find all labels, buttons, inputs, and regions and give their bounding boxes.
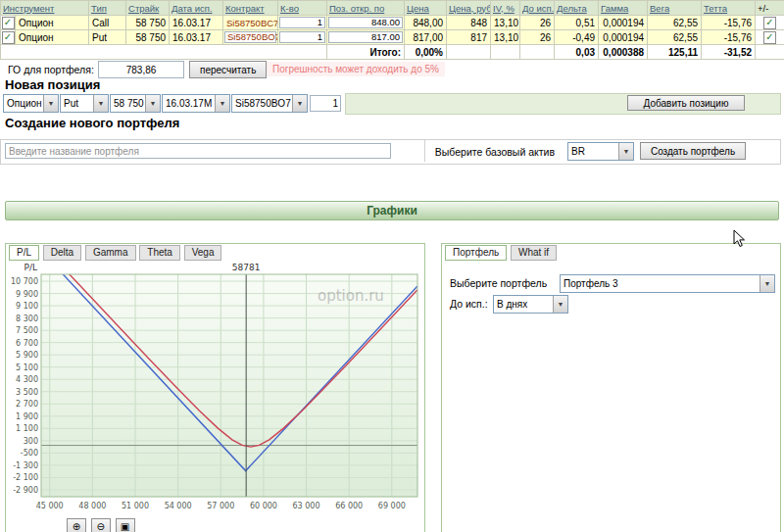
portfolio-tabs: Портфель What if <box>445 245 558 262</box>
days-label: До исп.: <box>450 298 488 310</box>
row-plus-minus-checkbox[interactable]: ✓ <box>763 31 776 44</box>
chevron-down-icon: ▼ <box>292 95 307 112</box>
tab-portfolio[interactable]: Портфель <box>445 245 507 261</box>
svg-text:1 900: 1 900 <box>16 412 38 421</box>
header-price-rub[interactable]: Цена, руб. <box>449 3 491 14</box>
add-position-button[interactable]: Добавить позицию <box>627 95 745 111</box>
svg-text:option.ru: option.ru <box>318 287 384 305</box>
tab-delta[interactable]: Delta <box>43 245 81 261</box>
chevron-down-icon: ▼ <box>618 143 633 160</box>
row-enabled-checkbox[interactable]: ✓ <box>2 31 15 44</box>
header-iv[interactable]: IV, % <box>493 3 514 14</box>
contract-select[interactable]: Si58750BO7 ▼ <box>231 94 308 113</box>
chart-panel: P/L Delta Gamma Theta Vega 45 00048 0005… <box>5 243 425 532</box>
cell-type: Call <box>89 16 126 30</box>
svg-text:-500: -500 <box>21 449 38 458</box>
svg-text:-2 100: -2 100 <box>13 473 38 482</box>
recalculate-button[interactable]: пересчитать <box>189 61 267 78</box>
cell-contract: Si58750BC7 <box>223 16 278 30</box>
svg-text:1 100: 1 100 <box>16 424 38 433</box>
tab-vega[interactable]: Vega <box>184 245 222 261</box>
base-asset-label: Выберите базовый актив <box>413 146 555 158</box>
cell-iv: 13,10 <box>491 30 520 45</box>
cell-days: 26 <box>520 16 555 30</box>
option-type-select[interactable]: Put ▼ <box>60 94 109 113</box>
svg-text:54 000: 54 000 <box>165 502 192 510</box>
svg-text:2 700: 2 700 <box>16 400 38 409</box>
header-gamma[interactable]: Гамма <box>601 3 628 14</box>
zoom-out-icon[interactable]: ⊖ <box>91 518 111 532</box>
header-vega[interactable]: Вега <box>650 3 669 14</box>
cell-instrument: Опцион <box>16 30 89 45</box>
svg-text:7 500: 7 500 <box>16 326 38 335</box>
chart-zoom-controls: ⊕ ⊖ ▣ <box>67 518 137 532</box>
zoom-reset-icon[interactable]: ▣ <box>116 518 135 532</box>
cell-delta: 0,51 <box>555 16 599 30</box>
table-row: ✓ Опцион Call 58 750 16.03.17 Si58750BC7… <box>1 16 784 30</box>
header-delta[interactable]: Дельта <box>557 3 587 14</box>
chevron-down-icon: ▼ <box>93 95 108 112</box>
cell-delta: -0,49 <box>555 30 599 45</box>
contract-input[interactable]: Si58750BO7 <box>224 31 276 43</box>
svg-text:69 000: 69 000 <box>378 502 406 510</box>
chevron-down-icon: ▼ <box>760 275 774 292</box>
header-price[interactable]: Цена <box>407 3 429 14</box>
portfolio-select[interactable]: Портфель 3 ▼ <box>560 274 775 293</box>
svg-text:-2 900: -2 900 <box>13 486 38 495</box>
open-price-input[interactable]: 817.00 <box>328 31 403 43</box>
open-price-input[interactable]: 848.00 <box>328 17 403 28</box>
header-type[interactable]: Тип <box>91 3 107 14</box>
table-row: ✓ Опцион Put 58 750 16.03.17 Si58750BO7 … <box>1 30 784 45</box>
mouse-cursor <box>733 229 746 248</box>
new-portfolio-row: Выберите базовый актив BR ▼ Создать порт… <box>0 139 781 165</box>
portfolio-name-input[interactable] <box>5 143 391 159</box>
days-mode-select[interactable]: В днях ▼ <box>493 295 568 314</box>
totals-gamma: 0,000388 <box>599 45 648 60</box>
cell-exp-date: 16.03.17 <box>170 16 223 30</box>
svg-text:9 100: 9 100 <box>16 302 38 311</box>
instrument-select[interactable]: Опцион ▼ <box>3 94 59 113</box>
margin-input[interactable] <box>98 61 184 78</box>
header-days[interactable]: До исп. <box>522 3 554 14</box>
cell-vega: 62,55 <box>648 30 702 45</box>
header-contract[interactable]: Контракт <box>225 3 265 14</box>
svg-text:9 900: 9 900 <box>16 290 38 299</box>
strike-select[interactable]: 58 750 ▼ <box>110 94 161 113</box>
qty-input[interactable]: 1 <box>279 31 325 43</box>
cell-price-rub: 817 <box>447 30 491 45</box>
totals-vega: 125,11 <box>648 45 702 60</box>
header-qty[interactable]: К-во <box>280 3 299 14</box>
tab-pl[interactable]: P/L <box>9 245 39 261</box>
cell-price: 848,00 <box>405 16 447 30</box>
header-exp-date[interactable]: Дата исп. <box>172 3 213 14</box>
header-strike[interactable]: Страйк <box>128 3 159 14</box>
table-header-row: Инструмент Тип Страйк Дата исп. Контракт… <box>1 1 784 16</box>
cell-instrument: Опцион <box>16 16 89 30</box>
svg-text:63 000: 63 000 <box>293 502 320 510</box>
row-enabled-checkbox[interactable]: ✓ <box>2 17 15 29</box>
header-theta[interactable]: Тетта <box>704 3 727 14</box>
zoom-in-icon[interactable]: ⊕ <box>67 518 86 532</box>
header-open-pos[interactable]: Поз. откр. по <box>329 3 384 14</box>
cell-gamma: 0,000194 <box>599 16 648 30</box>
totals-label: Итого: <box>327 45 405 60</box>
chevron-down-icon: ▼ <box>215 95 229 112</box>
row-plus-minus-checkbox[interactable]: ✓ <box>763 17 776 29</box>
tab-what-if[interactable]: What if <box>511 245 557 261</box>
qty-input[interactable]: 1 <box>279 17 325 28</box>
tab-theta[interactable]: Theta <box>139 245 180 261</box>
svg-text:4 300: 4 300 <box>16 375 38 384</box>
svg-text:P/L: P/L <box>24 263 37 272</box>
create-portfolio-button[interactable]: Создать портфель <box>640 142 746 160</box>
chevron-down-icon: ▼ <box>553 296 567 313</box>
charts-section-header: Графики <box>5 201 779 220</box>
new-qty-input[interactable] <box>310 95 341 112</box>
totals-delta: 0,03 <box>555 45 599 60</box>
cell-type: Put <box>89 30 126 45</box>
series-select[interactable]: 16.03.17M ▼ <box>162 94 230 113</box>
tab-gamma[interactable]: Gamma <box>85 245 136 261</box>
cell-strike: 58 750 <box>126 30 170 45</box>
base-asset-select[interactable]: BR ▼ <box>567 142 634 161</box>
header-plus-minus: +/- <box>758 3 768 14</box>
header-instrument[interactable]: Инструмент <box>3 3 54 14</box>
